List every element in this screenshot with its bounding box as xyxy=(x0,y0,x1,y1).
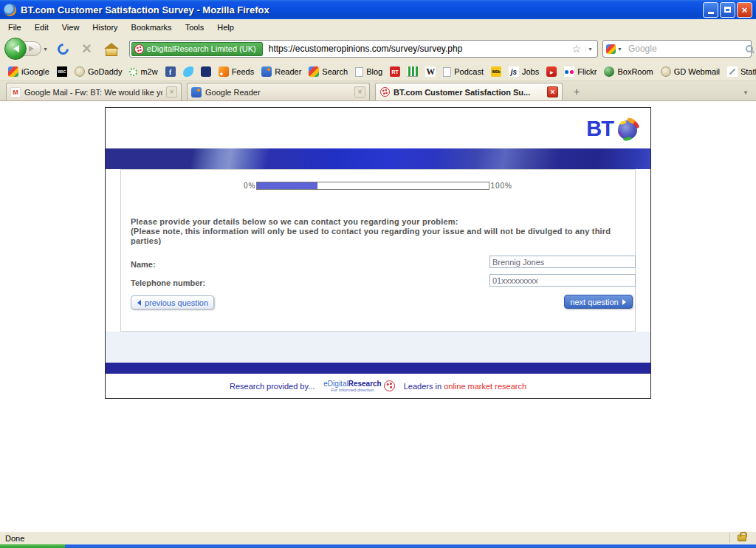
telephone-label: Telephone number: xyxy=(131,278,205,287)
back-button[interactable] xyxy=(4,38,27,60)
home-button[interactable] xyxy=(106,48,117,56)
site-favicon-icon xyxy=(134,44,144,54)
bookmark-label: Blog xyxy=(366,67,382,76)
search-input[interactable] xyxy=(625,44,746,54)
menu-item[interactable]: Bookmarks xyxy=(125,21,179,34)
right-arrow-icon xyxy=(622,299,629,305)
bookmark-item[interactable]: Blog xyxy=(351,66,386,78)
online-market-research-link[interactable]: online market research xyxy=(444,382,526,391)
bookmark-item[interactable] xyxy=(487,65,505,78)
bookmark-item[interactable]: Feeds xyxy=(215,65,258,78)
menu-item[interactable]: History xyxy=(86,21,124,34)
tab-bt-survey-active[interactable]: BT.com Customer Satisfaction Su... × xyxy=(375,83,563,100)
restore-button[interactable] xyxy=(720,2,735,18)
bookmark-label: BoxRoom xyxy=(617,67,653,76)
edigitalresearch-favicon-icon xyxy=(380,87,390,97)
bt-logo-text: BT xyxy=(586,117,614,141)
bookmark-item[interactable]: Podcast xyxy=(439,66,487,78)
close-button[interactable]: × xyxy=(737,2,752,18)
tab-close-icon[interactable]: × xyxy=(166,86,177,97)
url-dropdown-icon[interactable]: ▼ xyxy=(585,47,597,52)
bookmark-icon xyxy=(8,66,18,77)
tab-google-mail[interactable]: Google Mail - Fw: BT: We would like yo..… xyxy=(6,83,182,100)
bookmark-icon xyxy=(75,66,85,77)
bookmark-label: Statbrain xyxy=(740,67,756,76)
bookmark-item[interactable] xyxy=(543,65,560,78)
search-engine-dropdown[interactable]: ▼ xyxy=(617,47,622,52)
refresh-button[interactable] xyxy=(55,41,71,56)
edigitalresearch-logo: eDigitalResearch For informed direction xyxy=(323,380,394,392)
bookmark-item[interactable]: Reader xyxy=(258,65,305,78)
bookmark-item[interactable]: m2w xyxy=(126,66,161,78)
bookmark-item[interactable]: Search xyxy=(305,65,351,78)
progress-bar xyxy=(256,182,489,190)
name-field[interactable] xyxy=(489,256,636,268)
progress-left-label: 0% xyxy=(244,182,255,190)
menu-item[interactable]: Tools xyxy=(179,21,211,34)
page-footer: Research provided by... eDigitalResearch… xyxy=(106,374,650,398)
bookmark-label: Reader xyxy=(275,67,301,76)
menu-item[interactable]: View xyxy=(55,21,86,34)
bookmark-star-icon[interactable]: ☆ xyxy=(569,43,585,55)
bookmark-icon xyxy=(491,66,501,77)
new-tab-button[interactable]: + xyxy=(568,84,585,99)
window-title: BT.com Customer Satisfaction Survey - Mo… xyxy=(21,4,703,16)
tab-close-icon[interactable]: × xyxy=(354,86,365,97)
bookmark-icon xyxy=(509,66,519,77)
bookmark-item[interactable]: Flickr xyxy=(560,65,600,78)
menu-item[interactable]: Edit xyxy=(28,21,55,34)
search-engine-icon[interactable] xyxy=(606,44,616,54)
tab-close-icon[interactable]: × xyxy=(547,86,558,97)
bookmark-icon xyxy=(165,66,176,77)
bookmark-label: Flickr xyxy=(577,67,597,76)
survey-page: BT 0% 100% xyxy=(105,107,651,399)
url-bar[interactable]: eDigitalResearch Limited (UK) ☆ ▼ xyxy=(129,40,598,58)
bookmark-item[interactable] xyxy=(386,65,404,78)
telephone-field[interactable] xyxy=(489,274,636,287)
edigitalresearch-ball-icon xyxy=(384,380,395,391)
bookmark-item[interactable]: GoDaddy xyxy=(71,65,126,78)
bookmark-label: iGoogle xyxy=(21,67,49,76)
start-button-sliver[interactable] xyxy=(0,544,65,548)
next-question-button[interactable]: next question xyxy=(564,295,633,309)
bookmark-label: m2w xyxy=(140,67,157,76)
bookmark-icon xyxy=(355,67,363,77)
menu-item[interactable]: Help xyxy=(210,21,241,34)
tab-title: Google Mail - Fw: BT: We would like yo..… xyxy=(24,88,162,97)
history-dropdown[interactable]: ▼ xyxy=(43,47,48,52)
bookmark-icon xyxy=(408,66,418,77)
bookmark-icon xyxy=(183,66,193,77)
url-input[interactable] xyxy=(264,44,569,54)
bookmark-item[interactable]: iGoogle xyxy=(4,65,53,78)
bookmark-item[interactable] xyxy=(179,65,197,78)
browser-viewport: BT 0% 100% xyxy=(0,101,756,531)
taskbar-strip xyxy=(65,544,756,548)
intro-line-2: (Please note, this information will only… xyxy=(131,227,636,246)
bookmark-item[interactable] xyxy=(422,65,439,78)
bt-logo: BT xyxy=(586,114,642,143)
bookmark-item[interactable]: Jobs xyxy=(505,65,543,78)
menu-item[interactable]: File xyxy=(1,21,28,34)
bookmark-label: GD Webmail xyxy=(674,67,720,76)
bookmark-label: Podcast xyxy=(454,67,484,76)
bookmark-icon xyxy=(546,66,557,77)
progress-right-label: 100% xyxy=(490,182,512,190)
bookmark-item[interactable]: BoxRoom xyxy=(600,65,656,78)
previous-question-button[interactable]: previous question xyxy=(131,295,214,309)
bookmark-item[interactable] xyxy=(53,65,71,78)
bookmark-item[interactable] xyxy=(162,65,179,78)
bookmark-item[interactable] xyxy=(197,65,215,78)
minimize-button[interactable] xyxy=(703,2,718,18)
stop-button[interactable]: × xyxy=(82,41,92,57)
bookmark-label: Search xyxy=(322,67,348,76)
bookmark-item[interactable]: Statbrain xyxy=(724,65,756,78)
bookmark-item[interactable] xyxy=(404,65,422,78)
search-box[interactable]: ▼ xyxy=(602,40,752,58)
tab-title: Google Reader xyxy=(205,88,351,97)
site-identity-badge[interactable]: eDigitalResearch Limited (UK) xyxy=(131,42,263,56)
bookmark-item[interactable]: GD Webmail xyxy=(657,65,724,78)
tab-google-reader[interactable]: Google Reader × xyxy=(187,83,370,100)
bookmark-icon xyxy=(219,66,229,77)
tab-list-dropdown-icon[interactable]: ▼ xyxy=(743,89,753,96)
search-magnifier-icon[interactable] xyxy=(746,45,753,52)
